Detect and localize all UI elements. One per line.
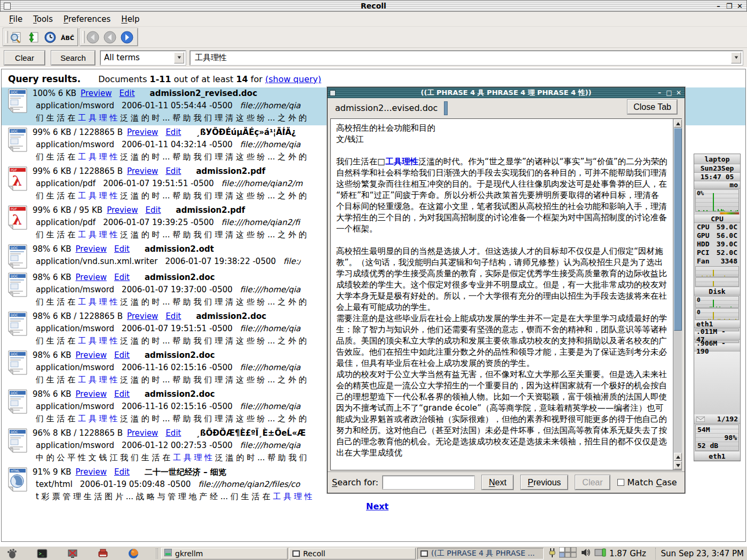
preview-search-icon[interactable] xyxy=(9,30,23,44)
menu-file[interactable]: File xyxy=(4,13,27,26)
preview-link[interactable]: Preview xyxy=(127,311,158,321)
gkrellm-date: Sun23Sep xyxy=(694,164,740,173)
result-text: 98% 6 KBPreviewEditadmission2.docapplica… xyxy=(33,388,307,426)
spellcheck-abc-icon[interactable]: ÅBĈ xyxy=(60,30,74,44)
preview-link[interactable]: Preview xyxy=(76,350,107,360)
preview-link[interactable]: Preview xyxy=(107,205,138,215)
preview-link[interactable]: Preview xyxy=(76,273,107,282)
query-history-chevron-icon[interactable] xyxy=(731,52,741,63)
firefox-icon[interactable] xyxy=(127,548,140,559)
preview-text-area[interactable]: 高校招生的社会功能和目的 文/钱江我们生活在□工具理性泛滥的时代。作为“世之显学… xyxy=(330,118,682,470)
cpu-frequency-icon[interactable] xyxy=(594,548,606,559)
result-relevance-size: 98% 6 KB xyxy=(33,389,71,399)
show-query-link[interactable]: (show query) xyxy=(265,74,321,84)
preview-tab-edge xyxy=(444,101,448,115)
search-button[interactable]: Search xyxy=(51,51,95,65)
menu-preferences[interactable]: Preferences xyxy=(59,13,115,26)
close-icon[interactable]: ✕ xyxy=(735,2,744,11)
taskbar-separator[interactable] xyxy=(156,548,158,559)
find-next-button[interactable]: Next xyxy=(482,475,513,490)
scroll-down-icon[interactable] xyxy=(674,461,682,469)
next-page-link[interactable]: Next xyxy=(366,501,388,511)
snippet-highlight: 工 具 理 性 xyxy=(78,375,117,385)
preview-titlebar[interactable]: ((工 PHRASE 4 具 PHRASE 4 理 PHRASE 4 性)) –… xyxy=(328,87,685,98)
find-input[interactable] xyxy=(383,476,474,489)
result-mime: application/pdf xyxy=(36,218,96,227)
result-mime: application/msword xyxy=(36,363,114,372)
preview-tab[interactable]: admission2...evised.doc xyxy=(333,101,442,115)
preview-link[interactable]: Preview xyxy=(127,428,158,438)
scrollbar-thumb[interactable] xyxy=(674,128,682,331)
chevron-down-icon[interactable] xyxy=(174,52,184,63)
clear-button[interactable]: Clear xyxy=(4,51,45,65)
snippet-pre: t 彩 票 管 理 生 活 图 片 ... 战 略 与 管 理 地 产 经 ..… xyxy=(36,492,273,501)
preview-link[interactable]: Preview xyxy=(76,389,107,399)
preview-link[interactable]: Preview xyxy=(76,467,107,477)
gkrellm-monitor[interactable]: laptopSun23Sep15:47 05mo0%CPUCPU59.0CGPU… xyxy=(694,154,741,461)
task-button[interactable]: ((工 PHRASE 4 具 PHRASE ... xyxy=(417,548,544,559)
preview-link[interactable]: Preview xyxy=(81,89,112,98)
recoll-titlebar[interactable]: Recoll – ❐ ✕ xyxy=(0,0,747,12)
edit-link[interactable]: Edit xyxy=(114,350,130,360)
task-button[interactable]: gkrellm xyxy=(161,548,288,559)
edit-link[interactable]: Edit xyxy=(165,166,181,176)
snippet-highlight: 工 具 理 性 xyxy=(78,113,117,123)
close-tab-button[interactable]: Close Tab xyxy=(627,100,677,114)
svg-text:DOC: DOC xyxy=(11,129,18,133)
minimize-icon[interactable]: – xyxy=(714,2,723,11)
preview-paragraph: 高校招生的社会功能和目的 文/钱江 xyxy=(336,123,667,145)
result-date: 2006-01-07 19:39:25 -0500 xyxy=(103,218,214,227)
preview-minimize-icon[interactable]: – xyxy=(655,89,664,97)
preview-link[interactable]: Preview xyxy=(127,166,158,176)
result-line2: application/pdf2006-01-07 19:51:51 -0500… xyxy=(33,179,307,191)
scroll-up2-icon[interactable] xyxy=(674,453,682,461)
scroll-up-icon[interactable] xyxy=(674,119,682,127)
edit-link[interactable]: Edit xyxy=(114,244,130,254)
preview-scrollbar[interactable] xyxy=(673,119,682,470)
power-plug-icon[interactable] xyxy=(549,547,556,560)
match-case-option[interactable]: Match Case xyxy=(617,477,677,487)
find-clear-button[interactable]: Clear xyxy=(575,475,609,490)
speaker-icon[interactable] xyxy=(581,548,591,559)
gkrellm-mail-row: 1/192 xyxy=(694,414,740,424)
typewriter-icon[interactable] xyxy=(97,548,109,559)
edit-link[interactable]: Edit xyxy=(146,205,161,215)
taskbar-clock: Sun Sep 23, 3:47 PM xyxy=(655,548,744,559)
window-task-icon xyxy=(292,550,300,557)
edit-link[interactable]: Edit xyxy=(119,89,134,98)
edit-link[interactable]: Edit xyxy=(114,273,130,282)
preview-link[interactable]: Preview xyxy=(76,244,107,254)
nav-back-icon[interactable] xyxy=(103,30,117,44)
edit-link[interactable]: Edit xyxy=(165,428,181,438)
system-tray: 1.87 GHz xyxy=(549,547,646,560)
history-clock-icon[interactable] xyxy=(43,30,57,44)
preview-tabbar: admission2...evised.doc Close Tab xyxy=(328,98,685,117)
preview-maximize-icon[interactable]: □ xyxy=(665,89,673,97)
query-input[interactable]: 工具理性 xyxy=(190,51,743,65)
search-mode-select[interactable]: All terms xyxy=(100,51,186,65)
sort-document-icon[interactable] xyxy=(26,30,40,44)
nav-forward-icon[interactable] xyxy=(120,30,134,44)
result-url: file:///home/qia xyxy=(240,140,301,149)
preview-link[interactable]: Preview xyxy=(127,127,158,137)
edit-link[interactable]: Edit xyxy=(165,311,181,321)
doc-file-icon: DOC xyxy=(8,428,29,465)
snippet-pre: 们 生 活 在 xyxy=(36,414,78,423)
screen-lock-icon[interactable] xyxy=(66,548,79,559)
match-case-checkbox[interactable] xyxy=(617,479,624,486)
results-header: Query results. Documents 1-11 out of at … xyxy=(2,69,745,86)
menu-help[interactable]: Help xyxy=(116,13,144,26)
snippet-post: 泛 滥 的 时 ... 帮 助 我 们 理 清 这 些 纷 ... 之 外 的 xyxy=(117,375,306,385)
preview-close-icon[interactable]: ✕ xyxy=(674,89,683,97)
menu-tools[interactable]: Tools xyxy=(28,13,58,26)
task-button[interactable]: Recoll xyxy=(289,548,416,559)
edit-link[interactable]: Edit xyxy=(114,389,130,399)
nav-back-disabled-icon[interactable] xyxy=(86,30,100,44)
gnome-foot-icon[interactable] xyxy=(5,548,18,559)
workspace-pager-icon[interactable] xyxy=(559,547,577,560)
edit-link[interactable]: Edit xyxy=(165,127,181,137)
edit-link[interactable]: Edit xyxy=(114,467,130,477)
restore-icon[interactable]: ❐ xyxy=(725,2,734,11)
find-previous-button[interactable]: Previous xyxy=(521,475,568,490)
terminal-icon[interactable]: >_ xyxy=(36,548,49,559)
